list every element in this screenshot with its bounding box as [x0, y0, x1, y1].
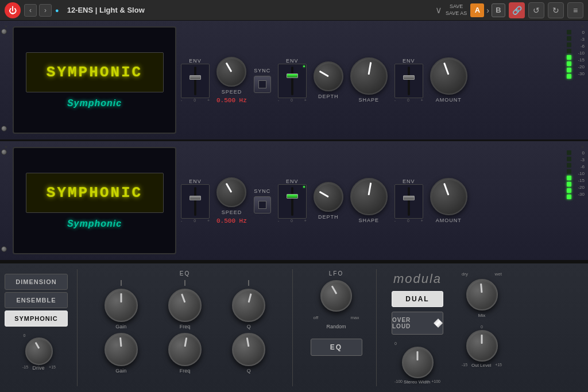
sync-label-2: SYNC: [254, 188, 270, 194]
lfo-title: LFO: [329, 269, 343, 277]
bolt: [1, 149, 7, 155]
fader-track: [194, 67, 196, 95]
sync-button-1[interactable]: [254, 76, 271, 93]
lfo-random-knob[interactable]: [320, 280, 352, 312]
stereo-max-label: +100: [431, 379, 440, 385]
bolt: [1, 29, 7, 34]
out-level-knob[interactable]: [466, 330, 498, 362]
vu-led-1: [567, 36, 571, 41]
fader-thumb-r2-2[interactable]: [287, 194, 298, 199]
fader-thumb[interactable]: [189, 75, 201, 80]
fader-thumb-r2[interactable]: [189, 196, 201, 200]
fader-track-2: [291, 67, 293, 95]
fader-thumb-2[interactable]: [287, 73, 298, 78]
lcd-display-2: SYMPHONIC: [26, 173, 164, 213]
depth-group-1: DEPTH: [314, 61, 343, 99]
sync-button-2[interactable]: [254, 196, 271, 214]
gain-knob-top[interactable]: [105, 289, 138, 322]
redo-button[interactable]: ↻: [548, 2, 564, 18]
shape-label-1: SHAPE: [359, 97, 380, 103]
env1-fader-1[interactable]: [181, 64, 210, 98]
amount-label-1: AMOUNT: [436, 97, 462, 103]
fader-marks: - 0 +: [181, 98, 210, 102]
link-button[interactable]: 🔗: [509, 2, 525, 18]
overloud-button[interactable]: OVER LOUD: [392, 312, 443, 335]
lfo-range-labels: off max: [314, 315, 359, 320]
out-level-indicator: [481, 335, 483, 344]
menu-button[interactable]: ≡: [567, 2, 583, 18]
overloud-text: OVER LOUD: [392, 317, 431, 329]
save-group[interactable]: SAVE SAVE AS: [446, 3, 467, 17]
vu-led-2-5: [567, 182, 571, 187]
stereo-width-knob[interactable]: [402, 347, 434, 378]
shape-knob-1[interactable]: [350, 57, 388, 95]
gain-knob-indicator-top: [120, 293, 122, 302]
lfo-max-label: max: [350, 315, 359, 320]
vu-led-2: [567, 42, 571, 47]
depth-knob-2[interactable]: [314, 182, 343, 212]
sync-inner: [258, 80, 266, 88]
vu-led-2-6: [567, 188, 571, 193]
fader-thumb-r2-3[interactable]: [403, 196, 415, 200]
freq-knob-top[interactable]: [168, 289, 202, 322]
vu-num-2-2: -6: [573, 164, 585, 169]
fader-marks-2: - 0 +: [278, 98, 307, 102]
dimension-button[interactable]: DIMENSION: [5, 274, 68, 290]
eq-toggle-button[interactable]: EQ: [311, 339, 362, 356]
knob-indicator-shape-2: [368, 183, 372, 195]
q-label-top: Q: [247, 324, 251, 329]
vu-led-5: [567, 61, 571, 66]
led-indicator-2: [303, 186, 305, 188]
save-as-label: SAVE AS: [446, 10, 467, 17]
depth-knob-1[interactable]: [314, 61, 343, 91]
depth-group-2: DEPTH: [314, 182, 343, 220]
dual-button[interactable]: DUAL: [392, 291, 443, 307]
power-button[interactable]: ⏻: [5, 2, 21, 18]
undo-button[interactable]: ↺: [528, 2, 544, 18]
env3-fader-1[interactable]: [394, 64, 423, 98]
preset-dropdown-arrow[interactable]: ∨: [435, 5, 442, 15]
ab-a-button[interactable]: A: [470, 3, 484, 17]
q-knob-bottom[interactable]: [232, 333, 265, 366]
ab-group: A › B: [470, 3, 505, 17]
stereo-knob-indicator: [417, 351, 419, 360]
freq-tick: [184, 280, 185, 286]
env2-fader-1[interactable]: [278, 64, 307, 98]
env2-fader-2[interactable]: [278, 184, 307, 219]
amount-knob-1[interactable]: [430, 57, 467, 95]
env3-fader-2[interactable]: [394, 184, 423, 219]
fader-marks-r2-3: - 0 +: [394, 219, 423, 223]
fader-marks-r2: - 0 +: [181, 219, 210, 223]
mix-knob[interactable]: [466, 279, 498, 311]
sync-group-2: SYNC: [254, 188, 271, 214]
symphonic-button[interactable]: SYMPHONIC: [5, 311, 68, 327]
freq-label-top: Freq: [180, 324, 191, 329]
gain-knob-bottom[interactable]: [105, 333, 138, 366]
controls-row-2: ENV - 0 + SPEED 0.500 Hz: [181, 145, 554, 257]
fader-thumb-3[interactable]: [403, 75, 415, 80]
freq-group-bottom: Freq: [168, 333, 202, 374]
nav-prev-button[interactable]: ‹: [24, 4, 37, 17]
shape-knob-2[interactable]: [350, 178, 388, 215]
vu-num-1: -3: [573, 37, 585, 42]
amount-knob-2[interactable]: [430, 178, 467, 215]
shape-label-2: SHAPE: [359, 218, 380, 223]
eq-section: EQ Gain Freq: [77, 269, 293, 386]
env1-fader-2[interactable]: [181, 184, 210, 219]
speed-label-1: SPEED: [222, 89, 242, 95]
drive-knob[interactable]: [25, 337, 53, 365]
mix-label-top: dry wet: [462, 271, 502, 277]
modula-brand-col: modula DUAL OVER LOUD 0 -100 Stereo Widt…: [380, 269, 455, 386]
speed-knob-2[interactable]: [216, 177, 246, 207]
ensemble-button[interactable]: ENSEMBLE: [5, 292, 68, 308]
brand-label-1: Symphonic: [67, 98, 122, 108]
nav-next-button[interactable]: ›: [39, 4, 52, 17]
env1-label-2: ENV: [189, 178, 202, 184]
freq-knob-bottom[interactable]: [168, 333, 202, 366]
drive-label: Drive: [33, 365, 45, 371]
q-knob-top[interactable]: [232, 289, 265, 322]
speed-knob-1[interactable]: [216, 57, 246, 87]
vu-led-column: [567, 30, 571, 79]
drive-scale-bottom: -15 Drive +15: [22, 365, 56, 371]
ab-b-button[interactable]: B: [492, 3, 505, 17]
